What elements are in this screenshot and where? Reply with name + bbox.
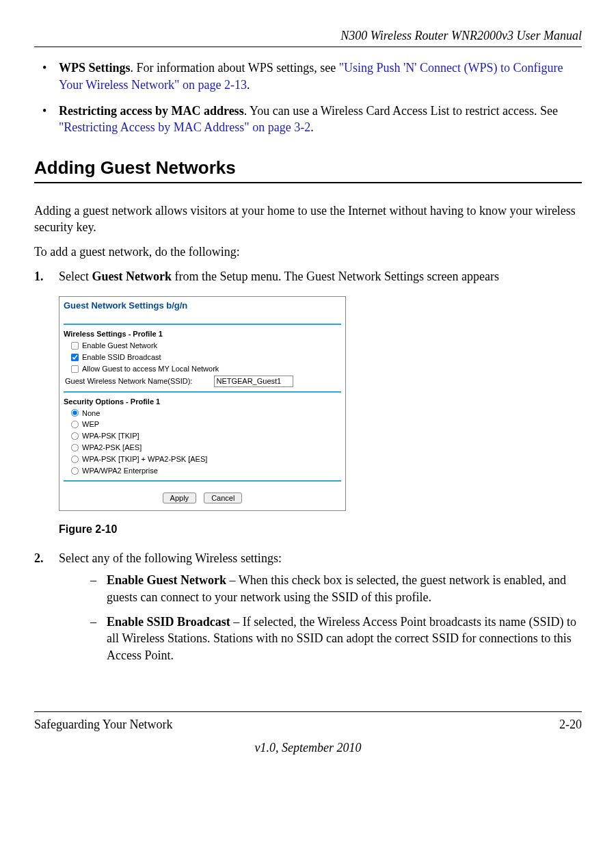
figure-caption: Figure 2-10 [59, 522, 582, 537]
footer-center: v1.0, September 2010 [34, 739, 582, 756]
label-wep: WEP [82, 419, 99, 430]
ssid-input[interactable] [214, 376, 293, 387]
step-1-text-after: from the Setup menu. The Guest Network S… [172, 270, 499, 283]
bullet-wps-text1: . For information about WPS settings, se… [131, 61, 339, 75]
bullet-mac-bold: Restricting access by MAC address [59, 104, 244, 118]
label-enterprise: WPA/WPA2 Enterprise [82, 466, 158, 476]
bullet-wps-text2: . [247, 78, 250, 92]
label-wpa2-aes: WPA2-PSK [AES] [82, 443, 142, 453]
ss-divider-3 [64, 480, 341, 482]
label-enable-ssid: Enable SSID Broadcast [82, 352, 161, 363]
step-1: 1. Select Guest Network from the Setup m… [34, 268, 582, 285]
ssid-label: Guest Wireless Network Name(SSID): [65, 376, 192, 386]
intro-paragraph-1: Adding a guest network allows visitors a… [34, 202, 582, 236]
cancel-button[interactable]: Cancel [204, 493, 242, 503]
apply-button[interactable]: Apply [163, 493, 197, 503]
step-1-number: 1. [34, 268, 44, 285]
footer-right: 2-20 [559, 716, 582, 733]
manual-title: N300 Wireless Router WNR2000v3 User Manu… [34, 27, 582, 44]
label-wpa-mixed: WPA-PSK [TKIP] + WPA2-PSK [AES] [82, 454, 207, 464]
radio-enterprise[interactable] [71, 467, 79, 475]
step-1-bold: Guest Network [92, 270, 171, 283]
label-allow-guest: Allow Guest to access MY Local Network [82, 364, 219, 374]
header-divider [34, 47, 582, 47]
radio-none[interactable] [71, 409, 79, 417]
guest-network-screenshot: Guest Network Settings b/g/n Wireless Se… [59, 296, 346, 511]
bullet-mac-link[interactable]: "Restricting Access by MAC Address" on p… [59, 120, 310, 134]
ss-security-label: Security Options - Profile 1 [64, 397, 341, 407]
section-heading: Adding Guest Networks [34, 156, 582, 180]
sub-enable-guest-bold: Enable Guest Network [107, 573, 226, 587]
bullet-mac-text1: . You can use a Wireless Card Access Lis… [244, 104, 558, 118]
step-2-number: 2. [34, 550, 44, 566]
ss-title: Guest Network Settings b/g/n [64, 300, 341, 312]
ss-divider-1 [64, 324, 341, 325]
radio-wpa2-aes[interactable] [71, 444, 79, 451]
top-bullets: WPS Settings. For information about WPS … [34, 60, 582, 135]
bullet-mac-text2: . [310, 120, 314, 134]
label-enable-guest: Enable Guest Network [82, 341, 157, 351]
checkbox-allow-guest[interactable] [71, 365, 79, 373]
sub-enable-ssid-bold: Enable SSID Broadcast [107, 615, 230, 629]
bullet-mac: Restricting access by MAC address. You c… [34, 103, 582, 136]
footer-divider [34, 711, 582, 712]
intro-paragraph-2: To add a guest network, do the following… [34, 244, 582, 260]
bullet-wps-bold: WPS Settings [59, 61, 131, 75]
section-divider [34, 182, 582, 183]
radio-wpa-tkip[interactable] [71, 432, 79, 440]
step-2: 2. Select any of the following Wireless … [34, 550, 582, 664]
ss-divider-2 [64, 391, 341, 393]
checkbox-enable-guest[interactable] [71, 342, 79, 350]
checkbox-enable-ssid[interactable] [71, 354, 79, 361]
radio-wep[interactable] [71, 421, 79, 428]
bullet-wps: WPS Settings. For information about WPS … [34, 60, 582, 93]
sub-enable-ssid: Enable SSID Broadcast – If selected, the… [83, 614, 582, 664]
step-1-text-before: Select [59, 270, 92, 283]
ss-wireless-label: Wireless Settings - Profile 1 [64, 329, 341, 339]
step-2-text: Select any of the following Wireless set… [59, 551, 282, 565]
radio-wpa-mixed[interactable] [71, 456, 79, 463]
footer: Safeguarding Your Network 2-20 v1.0, Sep… [34, 711, 582, 757]
label-none: None [82, 408, 100, 419]
sub-enable-guest: Enable Guest Network – When this check b… [83, 572, 582, 605]
footer-left: Safeguarding Your Network [34, 716, 172, 733]
label-wpa-tkip: WPA-PSK [TKIP] [82, 431, 139, 441]
